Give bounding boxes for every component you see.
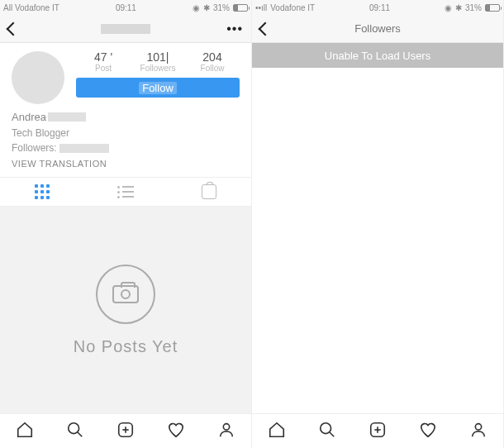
followers-redacted (59, 144, 109, 153)
bluetooth-icon: ✱ (455, 3, 462, 12)
nav-add[interactable] (115, 421, 136, 442)
tab-grid[interactable] (0, 178, 83, 206)
stat-posts[interactable]: 47 ' Post (76, 51, 131, 73)
heart-icon (167, 421, 185, 442)
plus-icon (116, 421, 135, 442)
empty-followers-list (252, 68, 503, 413)
username-redacted (101, 24, 150, 34)
search-icon (318, 421, 336, 442)
view-mode-tabs (0, 177, 251, 207)
camera-icon (96, 265, 155, 324)
page-title: Followers (354, 22, 401, 35)
profile-summary: 47 ' Post 101| Followers 204 Follow Foll… (0, 43, 251, 109)
nav-profile[interactable] (216, 421, 237, 442)
stat-followers[interactable]: 101| Followers (131, 51, 185, 73)
battery-percent: 31% (465, 3, 482, 12)
nav-activity[interactable] (417, 421, 439, 442)
svg-point-6 (321, 422, 331, 433)
bottom-nav (0, 413, 251, 448)
nav-home[interactable] (14, 421, 36, 442)
svg-point-0 (69, 422, 79, 433)
back-icon[interactable] (7, 21, 21, 36)
empty-text: No Posts Yet (74, 337, 178, 356)
followers-header: Followers (252, 15, 503, 43)
plus-icon (368, 421, 387, 442)
battery-percent: 31% (213, 3, 230, 12)
name-redacted (48, 112, 86, 122)
nav-add[interactable] (367, 421, 388, 442)
nav-home[interactable] (266, 421, 288, 442)
battery-icon (485, 4, 500, 12)
view-translation-link[interactable]: VIEW TRANSLATION (12, 157, 240, 171)
bottom-nav (252, 413, 503, 448)
status-bar: ••ıll Vodafone IT 09:11 ◉ ✱ 31% (252, 0, 503, 15)
bio-section: Andrea Tech Blogger Followers: VIEW TRAN… (0, 109, 251, 177)
search-icon (66, 421, 84, 442)
follow-button[interactable]: Follow (76, 78, 240, 98)
error-banner: Unable To Load Users (252, 43, 503, 68)
home-icon (16, 421, 34, 442)
nav-search[interactable] (316, 421, 338, 442)
bio-followers-line: Followers: (12, 141, 240, 155)
tab-tagged[interactable] (168, 178, 251, 206)
svg-point-5 (223, 423, 229, 429)
clock: 09:11 (369, 3, 390, 12)
svg-line-7 (330, 431, 335, 436)
profile-icon (469, 421, 487, 442)
home-icon (268, 421, 286, 442)
location-icon: ◉ (193, 3, 200, 12)
phone-right: ••ıll Vodafone IT 09:11 ◉ ✱ 31% Follower… (252, 0, 504, 448)
nav-search[interactable] (64, 421, 86, 442)
empty-posts-area: No Posts Yet (0, 207, 251, 413)
stats-row: 47 ' Post 101| Followers 204 Follow (76, 51, 240, 73)
nav-profile[interactable] (468, 421, 489, 442)
stat-following[interactable]: 204 Follow (185, 51, 240, 73)
display-name: Andrea (12, 109, 240, 126)
more-icon[interactable]: ••• (226, 21, 243, 36)
grid-icon (35, 184, 50, 199)
signal-icon: ••ıll (255, 3, 267, 12)
avatar[interactable] (12, 51, 64, 104)
location-icon: ◉ (445, 3, 452, 12)
heart-icon (419, 421, 437, 442)
nav-activity[interactable] (165, 421, 187, 442)
phone-left: All Vodafone IT 09:11 ◉ ✱ 31% ••• 47 ' P… (0, 0, 252, 448)
carrier-label: Vodafone IT (270, 3, 315, 12)
battery-icon (233, 4, 248, 12)
status-bar: All Vodafone IT 09:11 ◉ ✱ 31% (0, 0, 251, 15)
carrier-label: All Vodafone IT (3, 3, 59, 12)
svg-point-11 (475, 423, 481, 429)
back-icon[interactable] (259, 21, 273, 36)
profile-icon (217, 421, 235, 442)
bio-tagline: Tech Blogger (12, 126, 240, 141)
bluetooth-icon: ✱ (203, 3, 210, 12)
tab-list[interactable] (83, 178, 167, 206)
clock: 09:11 (116, 3, 136, 12)
list-icon (117, 186, 134, 198)
svg-line-1 (78, 431, 83, 436)
tagged-icon (202, 184, 216, 199)
profile-header: ••• (0, 15, 251, 43)
